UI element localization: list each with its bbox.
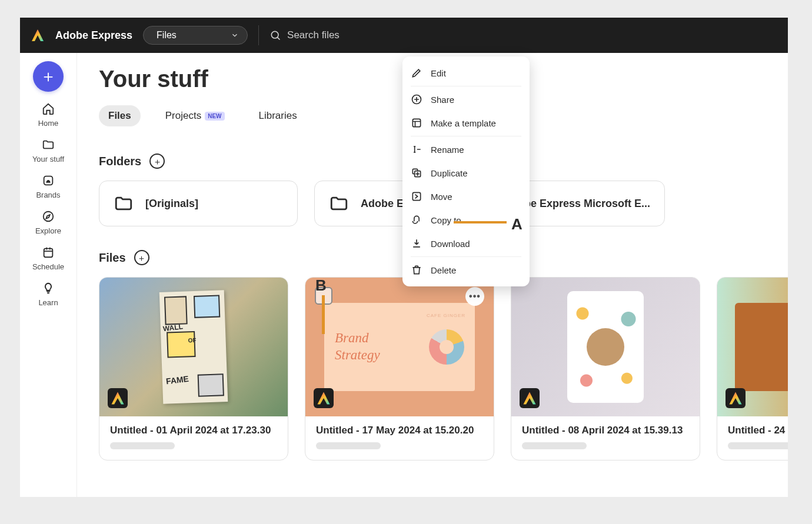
home-icon xyxy=(42,102,55,115)
file-title: Untitled - 08 April 2024 at 15.39.13 xyxy=(522,425,689,436)
thumbnail: WALL OF FAME xyxy=(99,278,288,416)
file-meta: Untitled - 17 May 2024 at 15.20.20 xyxy=(305,416,494,460)
add-file-button[interactable]: ＋ xyxy=(134,250,149,265)
meta-skeleton xyxy=(728,442,788,449)
app-window: Adobe Express Files Search files ＋ Home … xyxy=(20,18,788,497)
tab-libraries[interactable]: Libraries xyxy=(249,105,307,126)
svg-point-2 xyxy=(44,212,54,222)
annotation-label-b: B xyxy=(315,276,327,295)
calendar-icon xyxy=(42,246,55,259)
adobe-express-icon xyxy=(314,388,334,408)
thumbnail-tag: CAFE GINGER xyxy=(427,313,465,318)
thumbnail-art xyxy=(735,303,788,391)
meta-skeleton xyxy=(316,442,381,449)
move-icon xyxy=(411,191,422,202)
svg-rect-3 xyxy=(44,249,53,258)
file-card[interactable]: Untitled - 08 April 2024 at 15.39.13 xyxy=(511,277,700,460)
share-icon xyxy=(411,94,422,105)
annotation-line-b xyxy=(322,295,325,334)
topbar: Adobe Express Files Search files xyxy=(20,18,788,53)
files-row: WALL OF FAME Untitled - 01 April 2024 at… xyxy=(99,277,788,460)
duplicate-icon xyxy=(411,167,422,179)
file-title: Untitled - 24 April 2 xyxy=(728,425,788,436)
meta-skeleton xyxy=(110,442,175,449)
adobe-express-icon xyxy=(520,388,540,408)
files-dropdown-label: Files xyxy=(157,30,177,41)
add-folder-button[interactable]: ＋ xyxy=(149,153,165,169)
folder-icon xyxy=(114,193,134,213)
thumbnail: ••• BrandStrategy CAFE GINGER xyxy=(305,278,494,416)
adobe-express-icon xyxy=(108,388,128,408)
create-button[interactable]: ＋ xyxy=(33,61,64,92)
download-icon xyxy=(411,238,422,249)
sidebar-item-schedule[interactable]: Schedule xyxy=(20,246,76,271)
sidebar-item-brands[interactable]: Brands xyxy=(20,174,76,199)
donut-chart-icon xyxy=(429,329,464,365)
sidebar-item-learn[interactable]: Learn xyxy=(20,282,76,307)
brand-name: Adobe Express xyxy=(55,29,132,42)
svg-point-0 xyxy=(271,31,278,38)
svg-rect-7 xyxy=(412,192,420,200)
sidebar-item-your-stuff[interactable]: Your stuff xyxy=(20,138,76,163)
tab-projects[interactable]: ProjectsNEW xyxy=(156,105,234,126)
search-placeholder: Search files xyxy=(287,29,340,41)
file-meta: Untitled - 08 April 2024 at 15.39.13 xyxy=(511,416,700,460)
sidebar-item-explore[interactable]: Explore xyxy=(20,210,76,235)
svg-rect-5 xyxy=(412,119,420,126)
rename-icon xyxy=(411,143,422,155)
ctx-share[interactable]: Share xyxy=(402,88,530,111)
ctx-delete[interactable]: Delete xyxy=(402,258,530,282)
thumbnail-art xyxy=(567,291,644,403)
chevron-down-icon xyxy=(231,31,239,39)
context-menu: Edit Share Make a template Rename Duplic… xyxy=(402,56,530,286)
delete-icon xyxy=(411,264,422,276)
template-icon xyxy=(411,117,422,129)
folder-icon xyxy=(42,138,55,151)
file-meta: Untitled - 01 April 2024 at 17.23.30 xyxy=(99,416,288,460)
meta-skeleton xyxy=(522,442,587,449)
file-title: Untitled - 01 April 2024 at 17.23.30 xyxy=(110,425,277,436)
search-icon xyxy=(269,29,281,41)
thumbnail xyxy=(717,278,788,416)
folder-originals[interactable]: [Originals] xyxy=(99,181,298,226)
ctx-download[interactable]: Download xyxy=(402,232,530,255)
ctx-duplicate[interactable]: Duplicate xyxy=(402,161,530,185)
folder-icon xyxy=(329,193,349,213)
file-meta: Untitled - 24 April 2 xyxy=(717,416,788,460)
tab-files[interactable]: Files xyxy=(99,105,141,126)
annotation-line-a xyxy=(454,221,507,223)
ctx-edit[interactable]: Edit xyxy=(402,61,530,85)
thumbnail-art: WALL OF FAME xyxy=(159,290,228,404)
brands-icon xyxy=(42,174,55,187)
sidebar-item-home[interactable]: Home xyxy=(20,102,76,128)
thumbnail xyxy=(511,278,700,416)
files-dropdown[interactable]: Files xyxy=(143,26,248,45)
new-badge: NEW xyxy=(205,112,224,121)
file-card[interactable]: WALL OF FAME Untitled - 01 April 2024 at… xyxy=(99,277,288,460)
annotation-label-a: A xyxy=(511,215,523,233)
search-field[interactable]: Search files xyxy=(269,29,340,41)
ctx-rename[interactable]: Rename xyxy=(402,138,530,161)
file-card[interactable]: ••• BrandStrategy CAFE GINGER Untitled -… xyxy=(305,277,494,460)
adobe-express-icon xyxy=(726,388,746,408)
ctx-make-template[interactable]: Make a template xyxy=(402,111,530,135)
pencil-icon xyxy=(411,67,422,79)
ctx-copy-to[interactable]: Copy to xyxy=(402,208,530,232)
file-title: Untitled - 17 May 2024 at 15.20.20 xyxy=(316,425,483,436)
compass-icon xyxy=(42,210,55,223)
lightbulb-icon xyxy=(42,282,55,295)
file-card[interactable]: Untitled - 24 April 2 xyxy=(717,277,788,460)
sidebar: ＋ Home Your stuff Brands Explore Schedul… xyxy=(20,53,77,497)
divider xyxy=(258,25,259,45)
ctx-move[interactable]: Move xyxy=(402,185,530,208)
adobe-express-logo-icon xyxy=(31,28,45,42)
copy-icon xyxy=(411,214,422,226)
card-options-button[interactable]: ••• xyxy=(465,287,484,306)
